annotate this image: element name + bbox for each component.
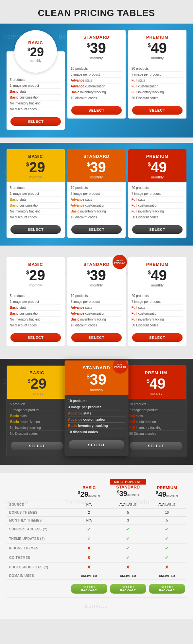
row-val: ✘	[70, 562, 109, 572]
basic-select-btn-2[interactable]: SELECT	[10, 225, 61, 234]
feature-item: Advance stats	[71, 197, 122, 203]
feature-item: 5 products	[10, 293, 61, 299]
standard-select-btn-1[interactable]: SELECT	[71, 106, 122, 115]
basic-currency-1: $	[27, 47, 30, 52]
feature-item: Basic customization	[10, 419, 64, 425]
premium-price-4: $ 49	[129, 377, 184, 391]
premium-plan-period: /MONTH	[166, 494, 178, 497]
premium-select-btn-2[interactable]: SELECT	[132, 225, 183, 234]
feature-item: 5 products	[10, 185, 61, 191]
cross-icon: ✘	[87, 555, 91, 560]
feature-item: No discount codes	[10, 106, 61, 112]
feature-item: 3 image per product	[71, 191, 122, 197]
feature-item: 50 Discount codes	[129, 431, 183, 436]
row-val: AVAILABLE	[109, 501, 148, 509]
basic-select-pkg-btn[interactable]: SELECT PACKAGE	[71, 584, 107, 594]
standard-features-1: 10 products 3 image per product Advance …	[67, 63, 126, 103]
feature-item: 10 discount codes	[71, 214, 122, 220]
table-row: SUPPORT ACCESS (?) ✔ ✔ ✔	[7, 524, 186, 534]
standard-select-btn-2[interactable]: SELECT	[71, 225, 122, 234]
feature-item: 10 products	[71, 66, 122, 72]
basic-price-2: $ 29	[9, 160, 62, 175]
standard-select-pkg-btn[interactable]: SELECT PACKAGE	[110, 584, 146, 594]
premium-plan-header: PREMIUM $49/MONTH	[148, 479, 186, 501]
standard-select-cell: SELECT PACKAGE	[109, 580, 148, 598]
basic-value-1: 29	[30, 46, 44, 58]
feature-item: 10 discount codes	[71, 95, 122, 101]
standard-plan-header: MOST POPULAR STANDARD $39/MONTH	[109, 479, 148, 501]
row-val: ✔	[109, 534, 148, 543]
feature-item: 3 image per product	[68, 404, 125, 410]
section-4: ûenvato ûenvato ûenvato BASIC $ 29 month…	[0, 359, 193, 465]
basic-features-3: 5 products 1 image per product Basic sta…	[7, 290, 65, 331]
feature-item: 5 products	[10, 77, 61, 83]
card-premium-3: PREMIUM $ 49 monthly 20 products 7 image…	[128, 257, 186, 346]
feature-item: 1 image per product	[10, 83, 61, 89]
footer-watermark-area: ûenvato	[7, 603, 186, 609]
standard-plan-price: $39/MONTH	[110, 489, 146, 498]
watermark-footer: ûenvato	[85, 603, 108, 609]
feature-item: No inventory tracking	[10, 101, 61, 106]
row-val: 10	[148, 509, 186, 517]
premium-select-btn-3[interactable]: SELECT	[132, 333, 183, 342]
table-row: PHOTOSHOP FILES (?) ✘ ✘ ✘	[7, 562, 186, 572]
standard-select-btn-4[interactable]: SELECT	[69, 440, 124, 449]
feature-item: Advance stats	[71, 78, 122, 83]
basic-plan-period: /MONTH	[88, 494, 100, 497]
feature-item: No discount codes	[10, 322, 61, 328]
premium-header-3: PREMIUM $ 49 monthly	[128, 257, 186, 290]
row-val: ✔	[109, 553, 148, 562]
feature-item: 20 products	[132, 185, 183, 191]
basic-plan-header: BASIC $29/MONTH	[70, 479, 109, 501]
feature-item: Full inventory tracking	[132, 317, 183, 322]
feature-item: 1 image per product	[10, 407, 64, 413]
premium-price-2: $ 49	[131, 160, 184, 175]
basic-price-3: $ 29	[9, 268, 62, 283]
premium-select-btn-1[interactable]: SELECT	[132, 106, 183, 115]
p-period-4: monthly	[129, 392, 184, 396]
feature-item: 1 image per product	[10, 191, 61, 197]
card-basic-4: BASIC $ 29 monthly 5 products 1 image pe…	[7, 365, 67, 457]
basic-title-1: BASIC	[28, 40, 43, 45]
b-cur-4: $	[27, 378, 30, 384]
basic-select-btn-4[interactable]: SELECT	[11, 442, 63, 450]
premium-title-4: PREMIUM	[129, 370, 184, 375]
b-cur-3: $	[26, 270, 29, 275]
s-val-2: 39	[90, 160, 106, 175]
empty-header	[7, 479, 70, 501]
premium-select-btn-4[interactable]: SELECT	[130, 442, 182, 450]
row-val: ✔	[148, 543, 186, 553]
cross-icon: ✘	[87, 545, 91, 551]
standard-header-1: STANDARD $ 39 monthly	[67, 30, 126, 63]
standard-price-4: $ 39	[67, 372, 126, 387]
basic-select-btn-1[interactable]: SELECT	[10, 117, 61, 126]
row-label: THEME UPDATES (?)	[7, 534, 70, 543]
feature-item: 7 image per product	[132, 191, 183, 197]
row-val: ✘	[70, 543, 109, 553]
standard-features-2: 10 products 3 image per product Advance …	[67, 182, 126, 223]
basic-select-btn-3[interactable]: SELECT	[10, 333, 61, 342]
p-val-4: 49	[149, 377, 166, 391]
card-standard-2: STANDARD $ 39 monthly 10 products 3 imag…	[67, 149, 126, 238]
row-val: ✘	[109, 562, 148, 572]
card-basic-1: BASIC $ 29 monthly 5 products 1 image pe…	[7, 30, 65, 130]
premium-features-1: 20 products 7 image per product Full sta…	[128, 63, 186, 103]
row-label: SUPPORT ACCESS (?)	[7, 524, 70, 534]
row-val: 3	[109, 517, 148, 524]
standard-select-btn-3[interactable]: SELECT	[71, 333, 122, 342]
feature-item: Advance customization	[71, 311, 122, 317]
standard-currency-1: $	[87, 43, 90, 48]
premium-select-pkg-btn[interactable]: SELECT PACKAGE	[149, 584, 185, 594]
premium-header-1: PREMIUM $ 49 monthly	[128, 30, 186, 63]
section-5: ûenvato ûenvato ûenvato BASIC $29/MONTH …	[0, 473, 193, 619]
feature-item: 7 image per product	[129, 407, 183, 413]
basic-select-cell: SELECT PACKAGE	[70, 580, 109, 598]
feature-item: 50 Discount codes	[132, 214, 183, 220]
check-icon: ✔	[126, 555, 130, 560]
pricing-grid-2: BASIC $ 29 monthly 5 products 1 image pe…	[7, 149, 186, 238]
card-standard-4: MOSTPOPULAR STANDARD $ 39 monthly 10 pro…	[64, 360, 128, 456]
feature-item: No inventory tracking	[10, 317, 61, 322]
row-label: BONUS THEMES	[7, 509, 70, 517]
standard-price-2: $ 39	[70, 160, 123, 175]
premium-price-3: $ 49	[131, 268, 184, 283]
